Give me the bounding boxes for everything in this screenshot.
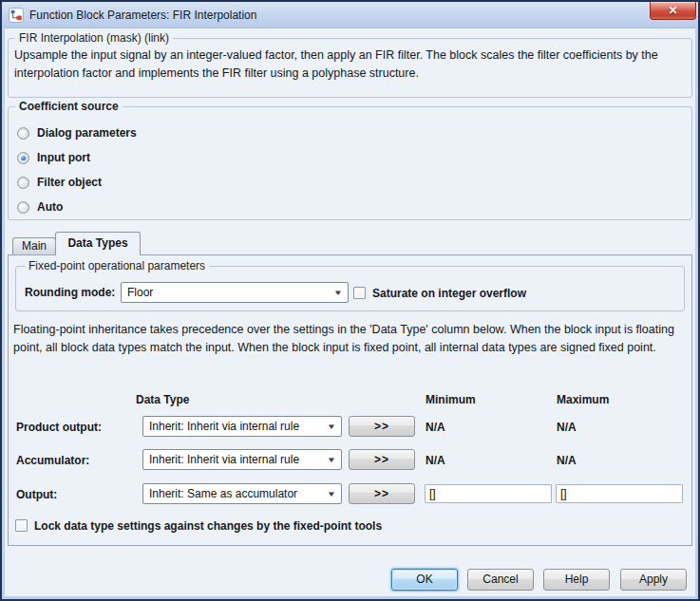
radio-label: Dialog parameters (37, 126, 137, 140)
radio-input-port[interactable]: Input port (17, 150, 90, 165)
inheritance-note: Floating-point inheritance takes precede… (13, 321, 690, 357)
radio-label: Auto (37, 200, 63, 214)
fixed-point-groupbox (15, 266, 685, 311)
saturate-checkbox[interactable]: Saturate on integer overflow (353, 286, 526, 300)
chevron-down-icon: ▼ (327, 490, 336, 498)
rounding-mode-value: Floor (127, 286, 331, 299)
radio-circle-selected-icon (17, 152, 29, 164)
output-maximum-input[interactable] (556, 484, 683, 503)
checkbox-unchecked-icon (353, 287, 366, 299)
simulink-block-icon (9, 8, 24, 23)
rounding-mode-select[interactable]: Floor ▼ (121, 282, 349, 303)
rounding-mode-label: Rounding mode: (25, 286, 115, 299)
product-output-maximum: N/A (557, 421, 577, 434)
titlebar[interactable]: Function Block Parameters: FIR Interpola… (2, 2, 698, 28)
accumulator-label: Accumulator: (16, 454, 89, 467)
mask-group-title: FIR Interpolation (mask) (link) (15, 31, 173, 45)
column-header-maximum: Maximum (557, 393, 609, 406)
function-block-parameters-dialog: Function Block Parameters: FIR Interpola… (0, 0, 700, 601)
output-label: Output: (16, 488, 57, 501)
help-button[interactable]: Help (543, 569, 610, 591)
tab-main[interactable]: Main (12, 237, 56, 254)
window-title: Function Block Parameters: FIR Interpola… (29, 9, 256, 22)
output-select[interactable]: Inherit: Same as accumulator ▼ (142, 483, 342, 504)
close-icon[interactable]: ✕ (650, 2, 696, 20)
chevron-down-icon: ▼ (327, 456, 336, 464)
product-output-minimum: N/A (426, 421, 445, 434)
column-header-data-type: Data Type (136, 393, 189, 406)
accumulator-minimum: N/A (426, 454, 445, 467)
radio-auto[interactable]: Auto (17, 199, 63, 215)
accumulator-maximum: N/A (557, 454, 577, 467)
product-output-expand-button[interactable]: >> (349, 416, 415, 437)
radio-label: Input port (37, 151, 90, 164)
chevron-down-icon: ▼ (327, 423, 336, 431)
ok-button[interactable]: OK (391, 569, 458, 591)
tab-data-types[interactable]: Data Types (55, 232, 141, 255)
accumulator-expand-button[interactable]: >> (349, 449, 415, 470)
radio-circle-icon (17, 127, 29, 140)
output-expand-button[interactable]: >> (349, 483, 415, 504)
accumulator-select[interactable]: Inherit: Inherit via internal rule ▼ (142, 449, 342, 470)
coefficient-source-title: Coefficient source (15, 100, 123, 113)
radio-filter-object[interactable]: Filter object (17, 175, 102, 190)
radio-label: Filter object (37, 176, 102, 189)
checkbox-unchecked-icon (15, 519, 28, 532)
radio-dialog-parameters[interactable]: Dialog parameters (17, 125, 137, 141)
product-output-value: Inherit: Inherit via internal rule (149, 420, 324, 433)
fixed-point-group-title: Fixed-point operational parameters (25, 259, 209, 272)
lock-data-types-label: Lock data type settings against changes … (34, 519, 382, 533)
apply-button[interactable]: Apply (620, 569, 687, 591)
accumulator-value: Inherit: Inherit via internal rule (149, 453, 324, 466)
lock-data-types-checkbox[interactable]: Lock data type settings against changes … (15, 518, 382, 533)
coefficient-source-groupbox (8, 106, 692, 220)
mask-description: Upsample the input signal by an integer-… (14, 47, 685, 83)
radio-circle-icon (17, 177, 29, 189)
output-value: Inherit: Same as accumulator (149, 487, 324, 500)
product-output-select[interactable]: Inherit: Inherit via internal rule ▼ (142, 416, 342, 437)
radio-circle-icon (17, 201, 29, 214)
product-output-label: Product output: (16, 421, 102, 434)
chevron-down-icon: ▼ (333, 289, 343, 297)
column-header-minimum: Minimum (426, 393, 476, 406)
output-minimum-input[interactable] (425, 484, 552, 503)
saturate-label: Saturate on integer overflow (372, 287, 526, 300)
cancel-button[interactable]: Cancel (467, 569, 534, 591)
